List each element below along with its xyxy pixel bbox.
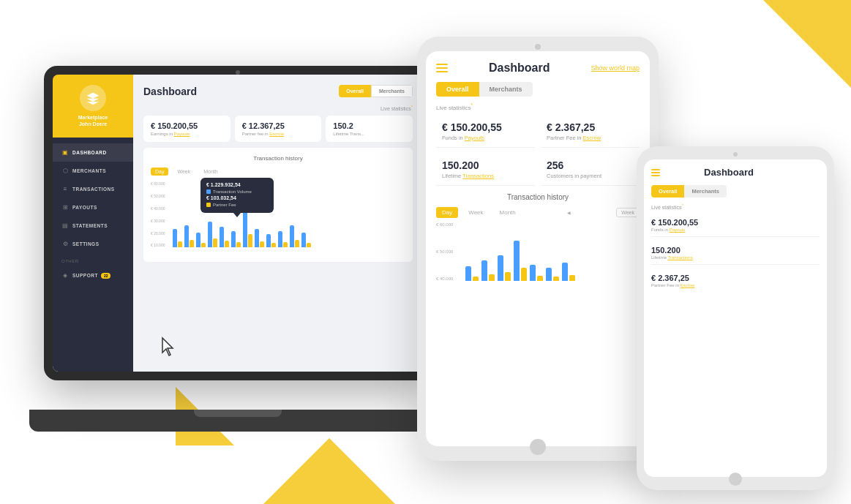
- tablet-chart-tabs: Day Week Month ◀ Week: [436, 207, 640, 218]
- phone-stat-lifetime: 150.200 Lifetime Transactions: [651, 241, 820, 265]
- menu-line-2: [436, 67, 448, 69]
- tablet-chart-tab-week[interactable]: Week: [462, 207, 489, 218]
- laptop-main-content: Dashboard Overall Merchants Live statist…: [133, 75, 423, 372]
- tablet-y-label-2: € 50.000: [436, 249, 453, 254]
- sidebar-item-label-transactions: Transactions: [72, 187, 115, 192]
- tablet-stat-value-partner-fee: € 2.367,25: [547, 121, 634, 133]
- sidebar-brand-name: Marketplace John Deere: [78, 114, 108, 127]
- table-icon: ⊞: [61, 204, 69, 211]
- laptop-stat-value-partner-fee: € 12.367,25: [242, 121, 315, 130]
- laptop-y-label-2: € 50.000: [151, 194, 165, 198]
- sidebar-item-label-payouts: Payouts: [72, 205, 97, 210]
- tooltip-transaction-item: Transaction Volume: [206, 189, 268, 194]
- triangle-decoration-top-right: [763, 0, 851, 88]
- tablet-stat-desc-partner-fee: Partner Fee in Escrow: [547, 135, 634, 141]
- sidebar-item-statements[interactable]: ▤ Statements: [53, 217, 133, 235]
- sidebar-item-payouts[interactable]: ⊞ Payouts: [53, 198, 133, 217]
- tablet-header: Dashboard Show world map: [436, 61, 640, 75]
- tablet-stat-customers: 256 Customers in payment: [541, 154, 640, 186]
- laptop-stat-partner-fee: € 12.367,25 Partner fee in Escrow: [235, 116, 322, 142]
- laptop-sidebar: Marketplace John Deere ▣ Dashboard ⬡ Mer…: [53, 75, 133, 372]
- tablet-stat-value-lifetime: 150.200: [442, 159, 529, 171]
- laptop-chart-tab-week[interactable]: Week: [173, 168, 195, 176]
- phone-live-stats-label: Live statistics*: [651, 203, 820, 210]
- sidebar-item-dashboard[interactable]: ▣ Dashboard: [53, 143, 133, 162]
- store-icon: ⬡: [61, 168, 69, 174]
- menu-line-1: [436, 64, 448, 65]
- tablet-stat-partner-fee: € 2.367,25 Partner Fee in Escrow: [541, 116, 640, 148]
- tablet-mockup: Dashboard Show world map Overall Merchan…: [417, 37, 659, 461]
- laptop-chart-tab-day[interactable]: Day: [151, 168, 168, 176]
- tablet-stat-lifetime: 150.200 Lifetime Transactions: [436, 154, 535, 186]
- tablet-menu-icon[interactable]: [436, 64, 448, 72]
- laptop-stat-lifetime: 150.2 Lifetime Trans...: [326, 116, 413, 142]
- phone-menu-icon[interactable]: [651, 169, 660, 176]
- phone-tab-group: Overall Merchants: [651, 185, 820, 198]
- phone-dashboard-title: Dashboard: [704, 167, 754, 178]
- tablet-tab-overall[interactable]: Overall: [436, 82, 479, 97]
- tooltip-fee-value: € 103.032,54: [206, 195, 268, 200]
- tablet-home-button: [530, 439, 546, 455]
- phone-screen: Dashboard Overall Merchants Live statist…: [644, 159, 827, 477]
- sidebar-item-transactions[interactable]: ≡ Transactions: [53, 180, 133, 198]
- tooltip-transaction-label: Transaction Volume: [213, 189, 252, 194]
- laptop-chart-section: Transaction history Day Week Month € 60.…: [143, 148, 413, 262]
- phone-tab-merchants[interactable]: Merchants: [684, 185, 727, 198]
- sidebar-item-label-merchants: Merchants: [72, 168, 106, 173]
- phone-menu-line-2: [651, 172, 660, 173]
- phone-stat-value-funds: € 150.200,55: [651, 218, 820, 227]
- phone-tab-overall[interactable]: Overall: [651, 185, 684, 198]
- sidebar-nav: ▣ Dashboard ⬡ Merchants ≡ Transactions ⊞…: [53, 143, 133, 372]
- laptop-tab-overall[interactable]: Overall: [339, 85, 371, 97]
- tablet-stat-value-customers: 256: [547, 159, 634, 171]
- sidebar-item-settings[interactable]: ⚙ Settings: [53, 235, 133, 253]
- tooltip-fee-label: Partner Fee: [213, 203, 236, 207]
- tooltip-dot-blue: [206, 189, 211, 194]
- sidebar-item-merchants[interactable]: ⬡ Merchants: [53, 162, 133, 180]
- laptop-mockup: Marketplace John Deere ▣ Dashboard ⬡ Mer…: [44, 66, 454, 432]
- sidebar-other-label: Other: [53, 253, 133, 266]
- mouse-cursor: [161, 336, 176, 357]
- tablet-chart-y-labels: € 60.000 € 50.000 € 40.000: [436, 222, 453, 281]
- tooltip-fee-item: Partner Fee: [206, 203, 268, 207]
- phone-mockup: Dashboard Overall Merchants Live statist…: [637, 146, 834, 490]
- logo-icon: [80, 85, 106, 111]
- tablet-chart-tab-day[interactable]: Day: [436, 207, 458, 218]
- sidebar-item-label-statements: Statements: [72, 223, 108, 228]
- support-badge: 22: [101, 273, 111, 279]
- phone-stats-grid: € 150.200,55 Funds in Payouts 150.200 Li…: [651, 214, 820, 292]
- phone-stat-partner-fee: € 2.367,25 Partner Fee in Escrow: [651, 269, 820, 292]
- phone-header: Dashboard: [651, 167, 820, 178]
- bar-chart-icon: ▣: [61, 149, 69, 156]
- laptop-chart-title: Transaction history: [151, 155, 405, 162]
- tablet-tab-group: Overall Merchants: [436, 82, 640, 97]
- laptop-tab-group: Overall Merchants: [339, 85, 413, 97]
- sidebar-item-label-support: Support: [72, 273, 98, 278]
- tablet-y-label-3: € 40.000: [436, 277, 453, 281]
- tablet-show-map-link[interactable]: Show world map: [591, 64, 640, 72]
- laptop-chart-tab-month[interactable]: Month: [199, 168, 222, 176]
- tablet-chart-area: € 60.000 € 50.000 € 40.000: [436, 222, 640, 281]
- tablet-stat-funds: € 150.200,55 Funds in Payouts: [436, 116, 535, 148]
- laptop-y-label-1: € 60.000: [151, 181, 165, 186]
- tooltip-dot-yellow: [206, 203, 211, 207]
- tablet-stats-grid: € 150.200,55 Funds in Payouts € 2.367,25…: [436, 116, 640, 186]
- tablet-stat-value-funds: € 150.200,55: [442, 121, 529, 133]
- sidebar-item-support[interactable]: ◈ Support 22: [53, 266, 133, 285]
- phone-menu-line-1: [651, 169, 660, 170]
- laptop-chart-y-labels: € 60.000 € 50.000 € 40.000 € 30.000 € 20…: [151, 181, 165, 247]
- laptop-y-label-5: € 20.000: [151, 231, 165, 236]
- laptop-tab-merchants[interactable]: Merchants: [371, 85, 413, 97]
- laptop-dashboard-title: Dashboard: [143, 86, 197, 97]
- tablet-screen: Dashboard Show world map Overall Merchan…: [426, 51, 650, 446]
- phone-stat-value-partner-fee: € 2.367,25: [651, 274, 820, 282]
- triangle-decoration-bottom-center: [263, 438, 395, 504]
- menu-line-3: [436, 71, 448, 72]
- tablet-stat-desc-lifetime: Lifetime Transactions: [442, 173, 529, 179]
- tablet-tab-merchants[interactable]: Merchants: [479, 82, 533, 97]
- tablet-stat-desc-customers: Customers in payment: [547, 173, 634, 179]
- tablet-chart-tab-month[interactable]: Month: [494, 207, 522, 218]
- laptop-screen: Marketplace John Deere ▣ Dashboard ⬡ Mer…: [44, 66, 432, 380]
- laptop-camera: [236, 70, 240, 75]
- tablet-chart-title: Transaction history: [436, 193, 640, 201]
